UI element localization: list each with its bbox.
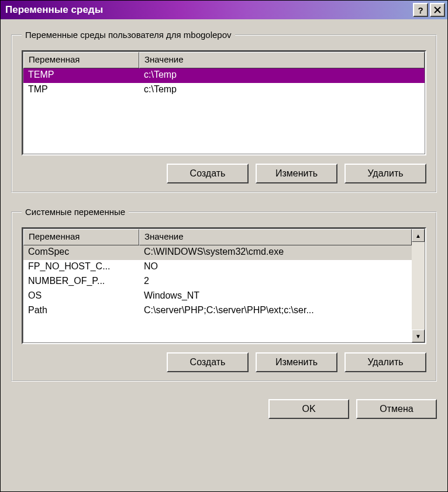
column-header-value[interactable]: Значение xyxy=(139,229,412,245)
cell-variable: FP_NO_HOST_C... xyxy=(23,260,139,275)
ok-button[interactable]: OK xyxy=(268,399,349,419)
env-vars-dialog: Переменные среды ? Переменные среды поль… xyxy=(0,0,448,492)
system-vars-list[interactable]: Переменная Значение ComSpecC:\WINDOWS\sy… xyxy=(22,227,426,344)
user-create-button[interactable]: Создать xyxy=(167,164,249,183)
user-vars-group: Переменные среды пользователя для mbogol… xyxy=(11,30,437,193)
user-vars-legend: Переменные среды пользователя для mbogol… xyxy=(22,30,235,40)
column-header-variable[interactable]: Переменная xyxy=(23,229,139,245)
cell-value: Windows_NT xyxy=(139,289,412,304)
cell-variable: OS xyxy=(23,289,139,304)
user-delete-button[interactable]: Удалить xyxy=(344,164,426,183)
column-header-value[interactable]: Значение xyxy=(139,52,425,68)
help-button[interactable]: ? xyxy=(413,3,428,17)
cell-value: C:\WINDOWS\system32\cmd.exe xyxy=(139,245,412,260)
system-vars-legend: Системные переменные xyxy=(22,207,129,217)
cell-variable: TEMP xyxy=(23,68,139,83)
system-edit-button[interactable]: Изменить xyxy=(256,352,337,372)
cell-value: c:\Temp xyxy=(139,83,425,98)
cell-value: c:\Temp xyxy=(139,68,425,83)
cell-value: 2 xyxy=(139,275,412,289)
cell-variable: NUMBER_OF_P... xyxy=(23,275,139,289)
scroll-track[interactable] xyxy=(412,242,425,330)
system-delete-button[interactable]: Удалить xyxy=(344,352,426,372)
scroll-up-icon[interactable]: ▲ xyxy=(412,229,425,242)
cell-variable: Path xyxy=(23,304,139,318)
user-vars-list[interactable]: Переменная Значение TEMPc:\TempTMPc:\Tem… xyxy=(22,50,426,155)
scroll-down-icon[interactable]: ▼ xyxy=(412,330,425,342)
table-row[interactable]: NUMBER_OF_P...2 xyxy=(23,275,412,289)
system-vars-group: Системные переменные Переменная Значение… xyxy=(11,207,437,382)
scrollbar[interactable]: ▲ ▼ xyxy=(412,229,425,342)
table-row[interactable]: ComSpecC:\WINDOWS\system32\cmd.exe xyxy=(23,245,412,260)
system-create-button[interactable]: Создать xyxy=(167,352,249,372)
close-button[interactable] xyxy=(430,3,445,17)
table-row[interactable]: PathC:\server\PHP;C:\server\PHP\ext;c:\s… xyxy=(23,304,412,318)
cell-variable: TMP xyxy=(23,83,139,98)
cell-variable: ComSpec xyxy=(23,245,139,260)
cancel-button[interactable]: Отмена xyxy=(356,399,437,419)
window-title: Переменные среды xyxy=(5,4,413,16)
cell-value: C:\server\PHP;C:\server\PHP\ext;c:\ser..… xyxy=(139,304,412,318)
column-header-variable[interactable]: Переменная xyxy=(23,52,139,68)
user-edit-button[interactable]: Изменить xyxy=(256,164,337,183)
table-row[interactable]: OSWindows_NT xyxy=(23,289,412,304)
table-row[interactable]: TEMPc:\Temp xyxy=(23,68,425,83)
table-row[interactable]: TMPc:\Temp xyxy=(23,83,425,98)
titlebar[interactable]: Переменные среды ? xyxy=(1,1,447,19)
table-row[interactable]: FP_NO_HOST_C...NO xyxy=(23,260,412,275)
cell-value: NO xyxy=(139,260,412,275)
